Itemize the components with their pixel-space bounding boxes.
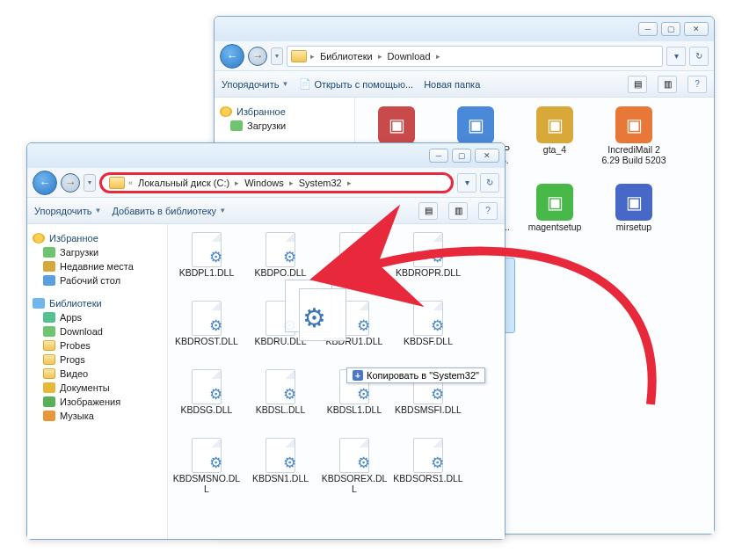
crumb-windows[interactable]: Windows bbox=[243, 178, 286, 188]
library-icon bbox=[43, 382, 55, 393]
sidebar-item-label: Apps bbox=[60, 312, 82, 323]
file-item[interactable]: KBDSMSNO.DLL bbox=[170, 435, 244, 502]
sidebar-favorites[interactable]: Избранное bbox=[218, 105, 351, 119]
path-dropdown[interactable]: ▾ bbox=[457, 173, 476, 193]
refresh-button[interactable]: ↻ bbox=[689, 47, 709, 66]
sidebar-item[interactable]: Загрузки bbox=[31, 245, 164, 259]
openwith-menu[interactable]: 📄Открыть с помощью... bbox=[299, 78, 413, 90]
file-item[interactable]: KBDROPR.DLL bbox=[391, 229, 465, 296]
file-item[interactable]: KBDPL1.DLL bbox=[170, 229, 244, 296]
explorer-window-system32[interactable]: ─ ▢ ✕ ← → ▾ « Локальный диск (C:) ▸ Wind… bbox=[26, 142, 506, 540]
drop-tooltip: + Копировать в "System32" bbox=[346, 367, 485, 383]
help-button[interactable]: ? bbox=[687, 76, 707, 93]
maximize-button[interactable]: ▢ bbox=[452, 149, 471, 163]
minimize-button[interactable]: ─ bbox=[429, 149, 448, 163]
file-item[interactable]: ▣IncrediMail 2 6.29 Build 5203 bbox=[594, 103, 673, 178]
file-item[interactable]: KBDSG.DLL bbox=[170, 367, 244, 433]
view-menu[interactable]: ▤ bbox=[418, 202, 438, 220]
path-dropdown[interactable]: ▾ bbox=[666, 47, 686, 66]
close-button[interactable]: ✕ bbox=[684, 22, 709, 36]
sidebar-item[interactable]: Документы bbox=[31, 381, 164, 395]
refresh-button[interactable]: ↻ bbox=[480, 173, 499, 193]
dll-icon bbox=[266, 301, 295, 336]
sidebar-item-label: Загрузки bbox=[60, 247, 98, 258]
file-item[interactable]: KBDSN1.DLL bbox=[244, 435, 317, 502]
titlebar[interactable]: ─ ▢ ✕ bbox=[215, 17, 714, 41]
preview-pane-toggle[interactable]: ▥ bbox=[448, 202, 468, 220]
newfolder-button[interactable]: Новая папка bbox=[424, 79, 480, 90]
file-label: KBDSORS1.DLL bbox=[393, 473, 462, 484]
file-label: KBDRU1.DLL bbox=[326, 336, 383, 346]
file-label: KBDRU.DLL bbox=[255, 336, 307, 346]
back-button[interactable]: ← bbox=[33, 171, 57, 195]
dll-icon bbox=[266, 232, 295, 267]
preview-pane-toggle[interactable]: ▥ bbox=[658, 76, 677, 93]
sidebar-item[interactable]: Видео bbox=[31, 367, 164, 381]
file-item[interactable]: KBDSL.DLL bbox=[244, 367, 317, 433]
plus-icon: + bbox=[353, 370, 363, 381]
chevron-right-icon: ▸ bbox=[434, 52, 442, 61]
file-item[interactable]: KBDSOREX.DLL bbox=[317, 435, 391, 502]
addtolib-menu[interactable]: Добавить в библиотеку▼ bbox=[112, 206, 226, 216]
maximize-button[interactable]: ▢ bbox=[661, 22, 680, 36]
sidebar-item[interactable]: Изображения bbox=[31, 395, 164, 409]
sidebar-item[interactable]: Progs bbox=[31, 353, 164, 367]
dll-icon bbox=[339, 438, 369, 473]
file-item[interactable]: KBDSORS1.DLL bbox=[391, 435, 465, 502]
dll-icon bbox=[266, 369, 295, 404]
file-item[interactable]: KBDROST.DLL bbox=[170, 298, 244, 365]
nav-pane[interactable]: Избранное ЗагрузкиНедавние местаРабочий … bbox=[27, 224, 168, 539]
library-icon bbox=[33, 298, 45, 309]
sidebar-item[interactable]: Музыка bbox=[31, 409, 164, 423]
file-item[interactable]: KBDRU.DLL bbox=[244, 298, 317, 365]
sidebar-favorites[interactable]: Избранное bbox=[31, 231, 164, 245]
dll-icon bbox=[413, 232, 443, 267]
star-icon bbox=[33, 233, 45, 244]
library-icon bbox=[43, 368, 55, 379]
crumb-system32[interactable]: System32 bbox=[297, 178, 344, 188]
history-dropdown[interactable]: ▾ bbox=[271, 47, 283, 65]
folder-icon bbox=[43, 275, 55, 286]
library-icon bbox=[43, 312, 55, 323]
forward-button[interactable]: → bbox=[248, 47, 267, 66]
forward-button[interactable]: → bbox=[61, 173, 80, 193]
sidebar-item-label: Download bbox=[60, 326, 103, 337]
help-button[interactable]: ? bbox=[478, 202, 498, 220]
sidebar-libraries[interactable]: Библиотеки bbox=[31, 296, 164, 310]
organize-menu[interactable]: Упорядочить▼ bbox=[34, 206, 101, 216]
file-label: KBDROPR.DLL bbox=[396, 267, 461, 278]
sidebar-item[interactable]: Probes bbox=[31, 338, 164, 353]
app-icon: ▣ bbox=[457, 106, 494, 143]
breadcrumb[interactable]: ▸ Библиотеки ▸ Download ▸ bbox=[287, 46, 663, 67]
sidebar-item-downloads[interactable]: Загрузки bbox=[218, 119, 351, 133]
organize-menu[interactable]: Упорядочить▼ bbox=[222, 79, 288, 90]
crumb-drive-c[interactable]: Локальный диск (C:) bbox=[136, 178, 231, 188]
breadcrumb[interactable]: « Локальный диск (C:) ▸ Windows ▸ System… bbox=[99, 172, 454, 193]
file-item[interactable]: KBDRO.DLL bbox=[317, 229, 391, 296]
file-item[interactable]: KBDPO.DLL bbox=[244, 229, 317, 296]
crumb-libraries[interactable]: Библиотеки bbox=[318, 51, 375, 62]
minimize-button[interactable]: ─ bbox=[638, 22, 658, 36]
crumb-download[interactable]: Download bbox=[386, 51, 433, 62]
history-dropdown[interactable]: ▾ bbox=[84, 174, 96, 192]
back-button[interactable]: ← bbox=[220, 44, 244, 69]
library-icon bbox=[43, 326, 55, 337]
view-menu[interactable]: ▤ bbox=[628, 76, 647, 93]
file-item[interactable]: KBDRU1.DLL bbox=[317, 298, 391, 365]
file-item[interactable]: KBDSF.DLL bbox=[391, 298, 465, 365]
dll-icon bbox=[192, 232, 222, 267]
file-item[interactable]: ▣magentsetup bbox=[515, 180, 594, 256]
sidebar-item[interactable]: Недавние места bbox=[31, 259, 164, 273]
sidebar-item[interactable]: Рабочий стол bbox=[31, 273, 164, 287]
chevron-right-icon: ▸ bbox=[309, 52, 316, 61]
toolbar: Упорядочить▼ 📄Открыть с помощью... Новая… bbox=[215, 71, 714, 98]
titlebar[interactable]: ─ ▢ ✕ bbox=[27, 143, 505, 168]
file-item[interactable]: ▣gta_4 bbox=[515, 103, 594, 178]
app-icon: ▣ bbox=[615, 106, 652, 143]
sidebar-item[interactable]: Apps bbox=[31, 310, 164, 324]
sidebar-item-label: Progs bbox=[60, 354, 85, 365]
file-item[interactable]: ▣mirsetup bbox=[594, 180, 673, 256]
close-button[interactable]: ✕ bbox=[475, 149, 499, 163]
sidebar-item[interactable]: Download bbox=[31, 324, 164, 338]
file-label: KBDROST.DLL bbox=[175, 336, 238, 346]
